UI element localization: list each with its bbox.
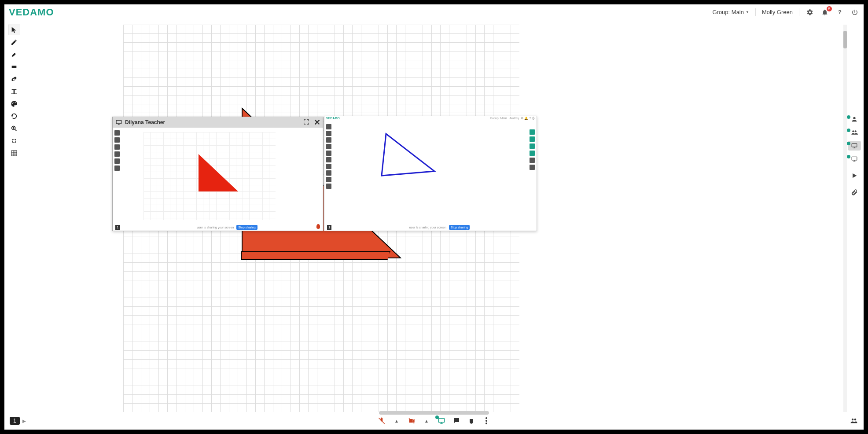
chevron-down-icon: ▼ <box>746 10 749 14</box>
chevron-up-icon[interactable]: ▲ <box>422 416 431 425</box>
status-dot-icon <box>847 129 850 132</box>
undo-tool[interactable] <box>8 111 20 121</box>
mini-sidebar <box>530 129 535 170</box>
screen-share-icon[interactable] <box>848 154 861 164</box>
svg-point-16 <box>485 420 487 422</box>
marker-tool[interactable] <box>8 49 20 60</box>
color-tool[interactable] <box>8 99 20 109</box>
page-next-icon[interactable]: ▶ <box>22 419 26 423</box>
mini-tool-icon <box>326 144 331 149</box>
grid-tool[interactable] <box>8 148 20 158</box>
svg-rect-14 <box>438 419 444 423</box>
svg-point-6 <box>852 130 854 132</box>
mini-tool-icon <box>326 164 331 169</box>
header: VEDAMO Group: Main ▼ Molly Green 5 ? <box>4 4 864 20</box>
svg-rect-0 <box>12 66 17 68</box>
zoom-tool[interactable] <box>8 123 20 134</box>
participants-group-icon[interactable] <box>848 114 861 124</box>
monitor-icon <box>115 119 122 125</box>
fullscreen-icon[interactable] <box>303 119 309 126</box>
chat-icon[interactable] <box>452 416 461 425</box>
mini-red-triangle <box>196 152 240 195</box>
mini-stop-sharing-2: Stop sharing <box>449 225 470 230</box>
red-bar-shape[interactable] <box>241 251 390 260</box>
mini-bottom-bar: user is sharing your screen Stop sharing <box>197 225 257 230</box>
secondary-whiteboard-window[interactable]: VEDAMO Group: Main Audrey ⚙ 🔔 ? ⏻ <box>324 116 537 231</box>
svg-point-2 <box>13 102 14 103</box>
text-tool[interactable] <box>8 86 20 97</box>
shape-tool[interactable] <box>8 62 20 72</box>
camera-off-icon[interactable] <box>407 416 416 425</box>
mini-tool-icon <box>114 144 120 150</box>
svg-point-3 <box>15 102 16 103</box>
mini-tool-icon <box>326 131 331 136</box>
screen-share-window[interactable]: Dilyana Teacher ✕ 1 user is sharing your… <box>112 117 324 231</box>
pen-tool[interactable] <box>8 37 20 48</box>
divider <box>755 8 756 16</box>
svg-rect-9 <box>852 157 857 160</box>
attachment-icon[interactable] <box>848 188 861 197</box>
mini-sharing-text-2: user is sharing your screen <box>409 226 446 229</box>
svg-marker-12 <box>199 154 238 191</box>
eraser-tool[interactable] <box>8 74 20 85</box>
mini-tool-icon <box>326 177 331 182</box>
participants-icon[interactable] <box>848 128 861 137</box>
play-icon[interactable] <box>848 171 861 180</box>
mini-tool-icon <box>114 151 120 157</box>
svg-point-15 <box>485 417 487 419</box>
mini-toolbar <box>114 130 120 171</box>
mini-tool-icon <box>326 170 331 176</box>
mini-tool-icon <box>326 151 331 156</box>
close-icon[interactable]: ✕ <box>314 118 320 127</box>
help-icon[interactable]: ? <box>835 8 844 17</box>
screen-share-active-icon[interactable] <box>437 416 446 425</box>
screen-share-titlebar[interactable]: Dilyana Teacher ✕ <box>113 117 323 128</box>
svg-marker-13 <box>382 134 434 176</box>
power-icon[interactable] <box>850 8 859 17</box>
participants-bottom-icon[interactable] <box>850 416 858 425</box>
mini-tool-icon <box>114 137 120 143</box>
status-dot-icon <box>847 155 850 158</box>
mini-toolbar-2 <box>326 124 331 189</box>
settings-icon[interactable] <box>805 8 814 17</box>
mini-side-icon <box>530 129 535 135</box>
right-sidebar <box>848 114 861 197</box>
mini-side-icon <box>530 136 535 142</box>
mini-side-icon <box>530 151 535 156</box>
mini-side-icon <box>530 143 535 149</box>
vertical-scrollbar-track[interactable] <box>843 25 847 412</box>
screen-share-title: Dilyana Teacher <box>125 119 165 125</box>
screen-share-content: 1 user is sharing your screen Stop shari… <box>113 128 323 231</box>
mini-logo: VEDAMO <box>326 117 340 122</box>
mini-sharing-text: user is sharing your screen <box>197 226 234 229</box>
chevron-up-icon[interactable]: ▲ <box>392 416 401 425</box>
page-indicator[interactable]: 1 <box>10 417 20 425</box>
raise-hand-icon <box>315 223 321 229</box>
more-icon[interactable] <box>482 416 491 425</box>
svg-point-1 <box>12 103 13 104</box>
mini-bottom-bar-2: user is sharing your screen Stop sharing <box>409 225 470 230</box>
notification-badge: 5 <box>827 6 832 11</box>
fit-tool[interactable] <box>8 136 20 146</box>
user-name[interactable]: Molly Green <box>762 9 793 15</box>
group-label: Group: Main <box>712 9 744 15</box>
mic-muted-icon[interactable] <box>377 416 386 425</box>
horizontal-scrollbar[interactable] <box>379 411 489 415</box>
mini-tool-icon <box>326 124 331 129</box>
notifications-icon[interactable]: 5 <box>820 8 829 17</box>
vertical-scrollbar-thumb[interactable] <box>843 31 847 48</box>
raise-hand-icon[interactable] <box>467 416 476 425</box>
left-toolbar <box>8 25 20 158</box>
mini-page-indicator: 1 <box>115 225 120 230</box>
pointer-tool[interactable] <box>8 25 20 35</box>
mini-side-icon <box>530 165 535 170</box>
bottom-right-controls <box>850 416 858 425</box>
mini-tool-icon <box>114 158 120 164</box>
bottom-bar: 1 ▶ ▲ ▲ <box>4 415 864 427</box>
status-dot-icon <box>435 416 439 419</box>
screen-share-panel-icon[interactable] <box>848 141 861 151</box>
mini-tool-icon <box>114 166 120 171</box>
group-selector[interactable]: Group: Main ▼ <box>712 9 749 15</box>
mini-group: Group: Main <box>490 117 507 120</box>
mini-tool-icon <box>114 130 120 136</box>
